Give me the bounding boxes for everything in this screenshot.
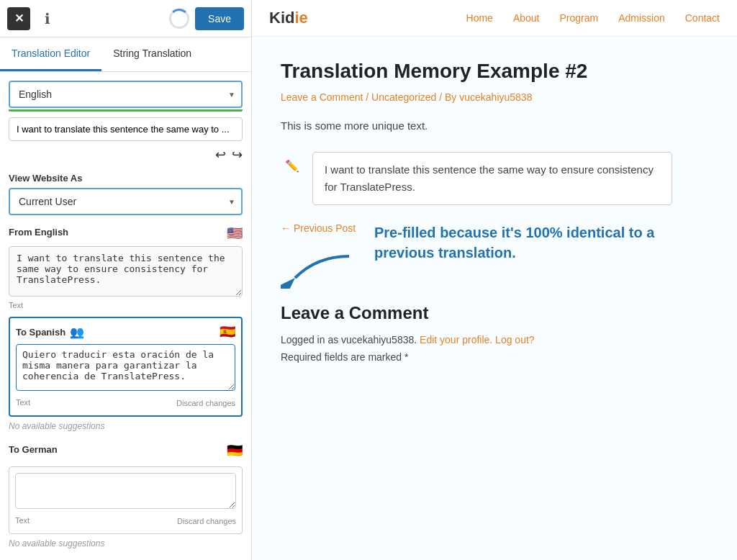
- article-title: Translation Memory Example #2: [281, 58, 708, 84]
- spanish-text-label: Text: [16, 398, 30, 407]
- next-string-button[interactable]: ↪: [232, 147, 243, 163]
- annotation-text: Pre-filled because it's 100% identical t…: [374, 222, 677, 263]
- german-discard-link[interactable]: Discard changes: [177, 517, 236, 525]
- nav-arrows: ↩ ↪: [9, 147, 243, 163]
- german-translation-footer: Text Discard changes: [15, 515, 236, 528]
- nav-program[interactable]: Program: [559, 12, 598, 24]
- panel-content: English I want to translate this sentenc…: [0, 72, 251, 560]
- highlight-box: ✏️ I want to translate this sentence the…: [281, 152, 708, 205]
- to-spanish-title: To Spanish 👥: [16, 325, 84, 339]
- tab-string-translation[interactable]: String Translation: [101, 37, 203, 71]
- to-spanish-label: To Spanish: [16, 327, 65, 338]
- edit-profile-link[interactable]: Edit your profile.: [420, 334, 492, 346]
- logged-in-text: Logged in as vucekahiyu5838.: [281, 334, 417, 346]
- to-german-label: To German: [9, 444, 58, 455]
- highlighted-text: I want to translate this sentence the sa…: [312, 152, 672, 205]
- to-spanish-block: To Spanish 👥 🇪🇸 Text Discard changes: [9, 317, 243, 417]
- string-select[interactable]: I want to translate this sentence the sa…: [9, 117, 243, 141]
- article-body: This is some more unique text.: [281, 117, 708, 135]
- annotation-area: ← Previous Post Pre-filled because it's …: [281, 222, 708, 289]
- from-english-header: From English 🇺🇸: [9, 224, 243, 242]
- comment-logged-in: Logged in as vucekahiyu5838. Edit your p…: [281, 332, 708, 348]
- german-translation-input[interactable]: [15, 473, 236, 509]
- nav-links: Home About Program Admission Contact: [466, 12, 720, 24]
- site-nav: Kidie Home About Program Admission Conta…: [252, 0, 737, 37]
- nav-about[interactable]: About: [513, 12, 540, 24]
- to-german-block: Text Discard changes: [9, 466, 243, 534]
- comment-section: Leave a Comment Logged in as vucekahiyu5…: [281, 303, 708, 362]
- annotation-arrow-icon: [281, 245, 353, 289]
- nav-admission[interactable]: Admission: [618, 12, 665, 24]
- tab-translation-editor[interactable]: Translation Editor: [0, 37, 101, 71]
- source-text-area[interactable]: [9, 246, 243, 297]
- view-website-as-label: View Website As: [9, 173, 243, 184]
- spanish-translation-footer: Text Discard changes: [16, 397, 235, 410]
- tabs: Translation Editor String Translation: [0, 37, 251, 72]
- users-icon: 👥: [70, 325, 84, 339]
- comment-section-title: Leave a Comment: [281, 303, 708, 323]
- view-as-selector-wrapper: Current User: [9, 188, 243, 215]
- no-suggestions-german: No available suggestions: [9, 538, 243, 548]
- to-german-header: To German 🇩🇪: [9, 441, 243, 459]
- prev-post-link[interactable]: ← Previous Post: [281, 222, 356, 234]
- us-flag-icon: 🇺🇸: [227, 225, 243, 241]
- log-out-link[interactable]: Log out?: [495, 334, 535, 346]
- german-text-label: Text: [15, 516, 30, 525]
- loading-spinner: [169, 9, 189, 29]
- site-logo: Kidie: [269, 9, 308, 27]
- de-flag-icon: 🇩🇪: [227, 443, 243, 459]
- nav-home[interactable]: Home: [466, 12, 493, 24]
- green-underline: [9, 109, 243, 112]
- toolbar: ✕ ℹ Save: [0, 0, 251, 37]
- logo-highlight: ie: [294, 9, 307, 27]
- save-button[interactable]: Save: [195, 7, 244, 30]
- close-button[interactable]: ✕: [7, 7, 30, 30]
- content-area: Translation Memory Example #2 Leave a Co…: [252, 37, 737, 384]
- left-panel: ✕ ℹ Save Translation Editor String Trans…: [0, 0, 252, 560]
- string-selector: I want to translate this sentence the sa…: [9, 117, 243, 141]
- language-select[interactable]: English: [9, 81, 243, 108]
- spanish-translation-input[interactable]: [16, 344, 235, 391]
- to-spanish-header: To Spanish 👥 🇪🇸: [16, 324, 235, 340]
- source-text-label: Text: [9, 301, 243, 310]
- right-panel: Kidie Home About Program Admission Conta…: [252, 0, 737, 560]
- es-flag-icon: 🇪🇸: [220, 324, 235, 340]
- no-suggestions-spanish: No available suggestions: [9, 421, 243, 431]
- info-button[interactable]: ℹ: [36, 7, 59, 30]
- spanish-discard-link[interactable]: Discard changes: [176, 399, 235, 407]
- from-english-label: From English: [9, 227, 68, 238]
- article-meta: Leave a Comment / Uncategorized / By vuc…: [281, 91, 708, 103]
- view-as-select[interactable]: Current User: [9, 188, 243, 215]
- language-selector-wrapper: English: [9, 81, 243, 108]
- required-fields-note: Required fields are marked *: [281, 351, 708, 363]
- edit-text-button[interactable]: ✏️: [281, 155, 304, 177]
- prev-string-button[interactable]: ↩: [215, 147, 226, 163]
- nav-contact[interactable]: Contact: [685, 12, 720, 24]
